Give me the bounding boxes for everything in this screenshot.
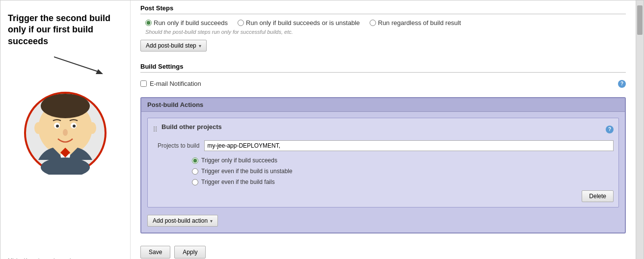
arrow-icon bbox=[54, 52, 113, 77]
post-steps-section: Post Steps Run only if build succeeds Ru… bbox=[140, 0, 626, 52]
svg-point-11 bbox=[34, 122, 42, 134]
jenkins-face-svg bbox=[24, 91, 107, 175]
trigger-fails-radio[interactable] bbox=[192, 179, 198, 185]
svg-point-7 bbox=[56, 125, 59, 128]
svg-line-0 bbox=[54, 57, 98, 72]
projects-to-build-label: Projects to build bbox=[158, 142, 199, 149]
arrow-container bbox=[8, 52, 123, 81]
left-panel: Trigger the second build only if our fir… bbox=[0, 0, 131, 259]
scrollbar-thumb[interactable] bbox=[637, 5, 643, 35]
trigger-success-option[interactable]: Trigger only if build succeeds bbox=[192, 157, 614, 164]
projects-to-build-input[interactable] bbox=[204, 140, 614, 151]
radio-run-regardless-input[interactable] bbox=[370, 20, 376, 26]
scrollbar[interactable] bbox=[636, 0, 644, 259]
svg-point-12 bbox=[88, 122, 96, 134]
radio-run-unstable-input[interactable] bbox=[238, 20, 244, 26]
radio-run-success-input[interactable] bbox=[145, 20, 152, 26]
trigger-radio-group: Trigger only if build succeeds Trigger e… bbox=[153, 157, 614, 185]
dropdown-arrow-icon: ▾ bbox=[199, 43, 201, 49]
build-settings-header: Build Settings bbox=[140, 59, 626, 73]
post-build-actions-panel: Post-build Actions ⠿ Build other project… bbox=[140, 97, 626, 233]
save-button[interactable]: Save bbox=[140, 246, 170, 259]
radio-run-unstable[interactable]: Run only if build succeeds or is unstabl… bbox=[238, 19, 360, 26]
trigger-fails-option[interactable]: Trigger even if the build fails bbox=[192, 179, 614, 185]
drag-handle-icon: ⠿ bbox=[153, 126, 158, 133]
projects-to-build-row: Projects to build bbox=[153, 140, 614, 151]
add-post-build-step-button[interactable]: Add post-build step ▾ bbox=[140, 40, 207, 52]
svg-point-4 bbox=[41, 94, 90, 118]
jenkins-logo bbox=[8, 91, 123, 175]
build-settings-help-icon[interactable]: ? bbox=[618, 80, 626, 88]
radio-run-unstable-label: Run only if build succeeds or is unstabl… bbox=[246, 19, 360, 26]
build-other-projects-title: Build other projects bbox=[161, 123, 222, 130]
delete-button-row: Delete bbox=[153, 190, 614, 202]
trigger-unstable-option[interactable]: Trigger even if the build is unstable bbox=[192, 168, 614, 175]
bottom-buttons: Save Apply bbox=[140, 241, 626, 259]
trigger-unstable-label: Trigger even if the build is unstable bbox=[201, 168, 293, 175]
trigger-success-label: Trigger only if build succeeds bbox=[201, 157, 277, 164]
add-post-build-step-label: Add post-build step bbox=[146, 42, 196, 49]
build-other-projects-section: ⠿ Build other projects ? Projects to bui… bbox=[147, 118, 619, 207]
email-notification-checkbox[interactable] bbox=[140, 80, 147, 87]
add-action-dropdown-icon: ▾ bbox=[210, 218, 213, 224]
radio-run-success-label: Run only if build succeeds bbox=[154, 19, 228, 26]
trigger-success-radio[interactable] bbox=[192, 157, 198, 164]
radio-run-regardless-label: Run regardless of build result bbox=[378, 19, 461, 26]
radio-run-success[interactable]: Run only if build succeeds bbox=[145, 19, 228, 26]
svg-point-9 bbox=[63, 129, 68, 136]
post-steps-header: Post Steps bbox=[140, 0, 626, 14]
post-steps-hint: Should the post-build steps run only for… bbox=[140, 29, 626, 35]
add-post-build-action-label: Add post-build action bbox=[153, 217, 208, 224]
trigger-unstable-radio[interactable] bbox=[192, 168, 198, 175]
post-build-actions-header: Post-build Actions bbox=[141, 98, 625, 112]
build-other-help-icon[interactable]: ? bbox=[606, 126, 614, 133]
annotation-text: Trigger the second build only if our fir… bbox=[8, 13, 123, 47]
add-post-build-action-button[interactable]: Add post-build action ▾ bbox=[147, 215, 218, 227]
build-settings-section: Build Settings E-mail Notification ? bbox=[140, 59, 626, 90]
post-steps-radio-group: Run only if build succeeds Run only if b… bbox=[140, 19, 626, 26]
email-notification-label: E-mail Notification bbox=[150, 80, 201, 87]
email-notification-row: E-mail Notification bbox=[140, 78, 201, 90]
svg-point-8 bbox=[73, 125, 76, 128]
apply-button[interactable]: Apply bbox=[174, 246, 206, 259]
radio-run-regardless[interactable]: Run regardless of build result bbox=[370, 19, 461, 26]
main-content: Post Steps Run only if build succeeds Ru… bbox=[131, 0, 636, 259]
delete-button[interactable]: Delete bbox=[582, 190, 614, 202]
trigger-fails-label: Trigger even if the build fails bbox=[201, 179, 275, 185]
